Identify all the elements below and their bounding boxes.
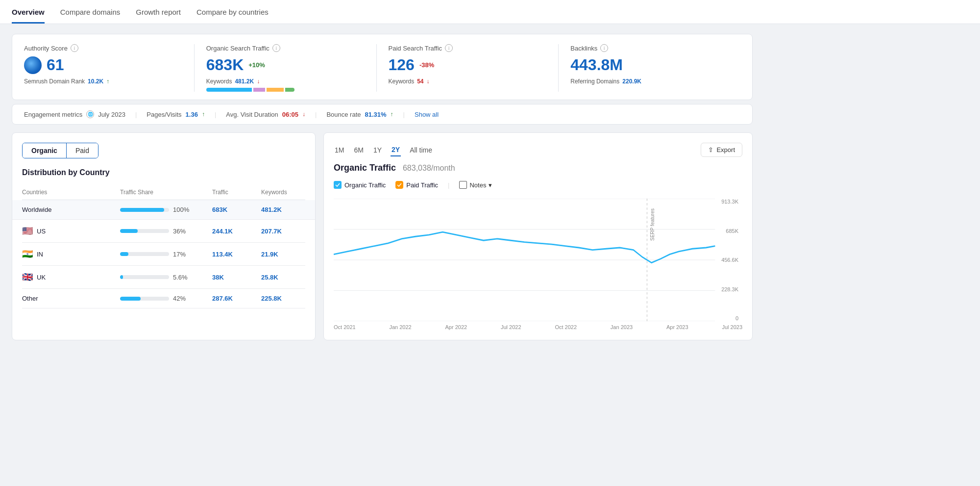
right-panel: 1M6M1Y2YAll time ⇧ Export Organic Traffi… [323, 132, 753, 340]
x-axis-label: Jan 2023 [611, 324, 633, 330]
pages-visits-label: Pages/Visits [147, 111, 181, 118]
nav-item-compare-domains[interactable]: Compare domains [60, 0, 121, 24]
time-btn-1y[interactable]: 1Y [372, 144, 383, 156]
chart-area: SERP features 913.3K685K456.6K228.3K0 [334, 199, 742, 321]
nav-item-compare-countries[interactable]: Compare by countries [196, 0, 269, 24]
traffic-bar-fill [120, 229, 138, 233]
traffic-value: 244.1K [212, 228, 261, 235]
distribution-title: Distribution by Country [22, 168, 305, 177]
metrics-row: Authority Score i 61 Semrush Domain Rank… [24, 44, 740, 92]
organic-search-block: Organic Search Traffic i 683K +10% Keywo… [206, 44, 377, 92]
traffic-share-cell: 17% [120, 251, 212, 258]
x-axis-label: Apr 2022 [445, 324, 467, 330]
keywords-value: 225.8K [261, 295, 305, 302]
chart-subtitle: 683,038/month [403, 164, 455, 172]
legend-paid-traffic[interactable]: Paid Traffic [395, 181, 438, 189]
separator-4: | [403, 111, 405, 118]
col-traffic: Traffic [212, 189, 261, 196]
traffic-value: 113.4K [212, 251, 261, 258]
pages-visits-value: 1.36 [186, 111, 198, 118]
organic-search-value: 683K +10% [206, 56, 365, 74]
traffic-share-cell: 36% [120, 228, 212, 235]
time-btn-1m[interactable]: 1M [334, 144, 345, 156]
country-name: Worldwide [22, 206, 120, 213]
table-header: Countries Traffic Share Traffic Keywords [22, 185, 305, 200]
table-row: Worldwide 100% 683K 481.2K [12, 200, 315, 220]
table-row: 🇬🇧 UK 5.6% 38K 25.8K [22, 266, 305, 289]
separator-2: | [215, 111, 216, 118]
flag-icon: 🇮🇳 [22, 249, 33, 259]
col-keywords: Keywords [261, 189, 305, 196]
x-axis-label: Oct 2022 [555, 324, 577, 330]
table-row: 🇮🇳 IN 17% 113.4K 21.9K [22, 243, 305, 266]
traffic-bar-bg [120, 297, 169, 301]
keywords-value: 481.2K [261, 206, 305, 213]
paid-search-info-icon[interactable]: i [445, 44, 453, 52]
organic-paid-tabs: Organic Paid [22, 143, 98, 158]
nav-item-overview[interactable]: Overview [12, 0, 45, 24]
x-axis-label: Jul 2023 [722, 324, 742, 330]
x-axis-label: Jan 2022 [389, 324, 411, 330]
left-panel: Organic Paid Distribution by Country Cou… [12, 132, 316, 340]
separator-1: | [135, 111, 137, 118]
pct-value: 17% [173, 251, 186, 258]
x-axis-label: Apr 2023 [666, 324, 688, 330]
y-axis-label: 685K [717, 228, 738, 234]
traffic-bar-fill [120, 275, 123, 279]
nav-bar: Overview Compare domains Growth report C… [0, 0, 980, 24]
y-axis-label: 0 [717, 315, 738, 321]
engagement-globe-icon: 🌐 [86, 110, 94, 118]
engagement-period: July 2023 [98, 111, 125, 118]
bounce-rate-label: Bounce rate [326, 111, 361, 118]
avg-duration-value: 06:05 [282, 111, 298, 118]
time-btn-2y[interactable]: 2Y [391, 144, 401, 156]
notes-button[interactable]: Notes ▾ [459, 181, 492, 189]
show-all-button[interactable]: Show all [415, 111, 439, 118]
country-table: Worldwide 100% 683K 481.2K 🇺🇸 US 36% [22, 200, 305, 308]
pct-value: 42% [173, 295, 186, 302]
time-buttons: 1M6M1Y2YAll time [334, 144, 433, 156]
kw-bar-purple [253, 88, 265, 92]
backlinks-label: Backlinks i [570, 44, 729, 52]
x-axis-labels: Oct 2021Jan 2022Apr 2022Jul 2022Oct 2022… [334, 324, 742, 330]
tab-paid[interactable]: Paid [67, 143, 98, 158]
avg-duration-arrow-icon: ↓ [302, 111, 305, 118]
x-axis-label: Oct 2021 [334, 324, 356, 330]
legend-separator: | [448, 181, 449, 189]
y-axis-labels: 913.3K685K456.6K228.3K0 [713, 199, 742, 321]
nav-item-growth-report[interactable]: Growth report [136, 0, 181, 24]
country-name: 🇺🇸 US [22, 226, 120, 236]
legend-organic-traffic[interactable]: Organic Traffic [334, 181, 386, 189]
avg-duration-label: Avg. Visit Duration [226, 111, 278, 118]
time-btn-6m[interactable]: 6M [353, 144, 364, 156]
export-button[interactable]: ⇧ Export [701, 143, 742, 157]
keywords-value: 21.9K [261, 251, 305, 258]
kw-bar-green [285, 88, 294, 92]
engagement-bar: Engagement metrics 🌐 July 2023 | Pages/V… [12, 104, 753, 125]
traffic-share-cell: 5.6% [120, 274, 212, 281]
chart-title: Organic Traffic [334, 163, 396, 173]
pct-value: 36% [173, 228, 186, 235]
paid-kw-arrow-icon: ↓ [427, 78, 430, 85]
keywords-value: 207.7K [261, 228, 305, 235]
col-countries: Countries [22, 189, 120, 196]
backlinks-block: Backlinks i 443.8M Referring Domains 220… [570, 44, 740, 92]
legend-row: Organic Traffic Paid Traffic | Notes ▾ [334, 181, 742, 189]
authority-score-icon [24, 56, 42, 74]
authority-score-info-icon[interactable]: i [71, 44, 78, 52]
backlinks-info-icon[interactable]: i [600, 44, 608, 52]
organic-search-info-icon[interactable]: i [272, 44, 280, 52]
notes-box-icon [459, 181, 467, 189]
metrics-card: Authority Score i 61 Semrush Domain Rank… [12, 34, 753, 100]
legend-organic-label: Organic Traffic [344, 181, 386, 189]
legend-paid-label: Paid Traffic [406, 181, 438, 189]
tab-organic[interactable]: Organic [23, 143, 67, 158]
organic-change-badge: +10% [248, 61, 265, 69]
traffic-bar-bg [120, 275, 169, 279]
x-axis-label: Jul 2022 [501, 324, 521, 330]
paid-search-value: 126 -38% [389, 56, 547, 74]
flag-icon: 🇬🇧 [22, 272, 33, 282]
time-btn-all-time[interactable]: All time [409, 144, 433, 156]
paid-search-label: Paid Search Traffic i [389, 44, 547, 52]
traffic-share-cell: 42% [120, 295, 212, 302]
